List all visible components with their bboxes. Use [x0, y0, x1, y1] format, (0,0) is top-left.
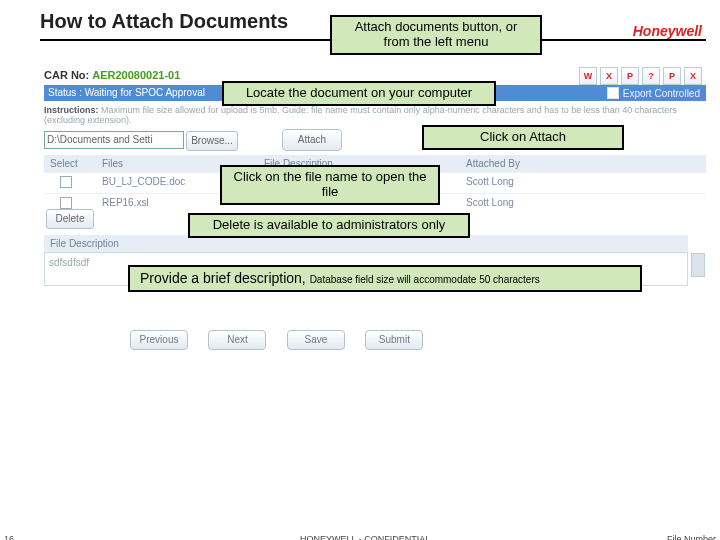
export-checkbox[interactable]	[607, 87, 619, 99]
instructions-label: Instructions:	[44, 105, 99, 115]
callout-desc-main: Provide a brief description,	[140, 270, 310, 286]
confidential: HONEYWELL - CONFIDENTIAL	[300, 534, 430, 540]
col-select: Select	[44, 155, 96, 172]
attach-button[interactable]: Attach	[282, 129, 342, 151]
brand-logo: Honeywell	[633, 23, 702, 39]
row-checkbox[interactable]	[60, 176, 72, 188]
callout-delete: Delete is available to administrators on…	[188, 213, 470, 238]
print-icon[interactable]: P	[621, 67, 639, 85]
row-checkbox[interactable]	[60, 197, 72, 209]
callout-click-attach: Click on Attach	[422, 125, 624, 150]
excel-icon[interactable]: X	[600, 67, 618, 85]
page-number: 16	[4, 534, 14, 540]
car-label: CAR No:	[44, 69, 89, 81]
help-icon[interactable]: ?	[642, 67, 660, 85]
previous-button[interactable]: Previous	[130, 330, 188, 350]
car-value: AER20080021-01	[92, 69, 180, 81]
callout-locate: Locate the document on your computer	[222, 81, 496, 106]
file-path-input[interactable]: D:\Documents and Setti	[44, 131, 184, 149]
file-by: Scott Long	[460, 173, 592, 193]
save-button[interactable]: Save	[287, 330, 345, 350]
word-icon[interactable]: W	[579, 67, 597, 85]
callout-open-file: Click on the file name to open the file	[220, 165, 440, 205]
car-number: CAR No: AER20080021-01	[44, 69, 180, 81]
export-label: Export Controlled	[623, 88, 700, 99]
file-number: File Number	[667, 534, 716, 540]
scrollbar[interactable]	[691, 253, 705, 277]
close-icon[interactable]: X	[684, 67, 702, 85]
export-controlled[interactable]: Export Controlled	[597, 87, 700, 99]
submit-button[interactable]: Submit	[365, 330, 423, 350]
browse-button[interactable]: Browse...	[186, 131, 238, 151]
instructions-text: Maximum file size allowed for upload is …	[44, 105, 677, 125]
delete-button[interactable]: Delete	[46, 209, 94, 229]
callout-description: Provide a brief description, Database fi…	[128, 265, 642, 292]
callout-attach-btn: Attach documents button, or from the lef…	[330, 15, 542, 55]
file-by: Scott Long	[460, 194, 592, 214]
callout-desc-sub: Database field size will accommodate 50 …	[310, 274, 540, 285]
instructions: Instructions: Maximum file size allowed …	[44, 105, 706, 125]
toolbar-icons: W X P ? P X	[579, 67, 702, 85]
pdf-icon[interactable]: P	[663, 67, 681, 85]
col-by: Attached By	[460, 155, 592, 172]
next-button[interactable]: Next	[208, 330, 266, 350]
